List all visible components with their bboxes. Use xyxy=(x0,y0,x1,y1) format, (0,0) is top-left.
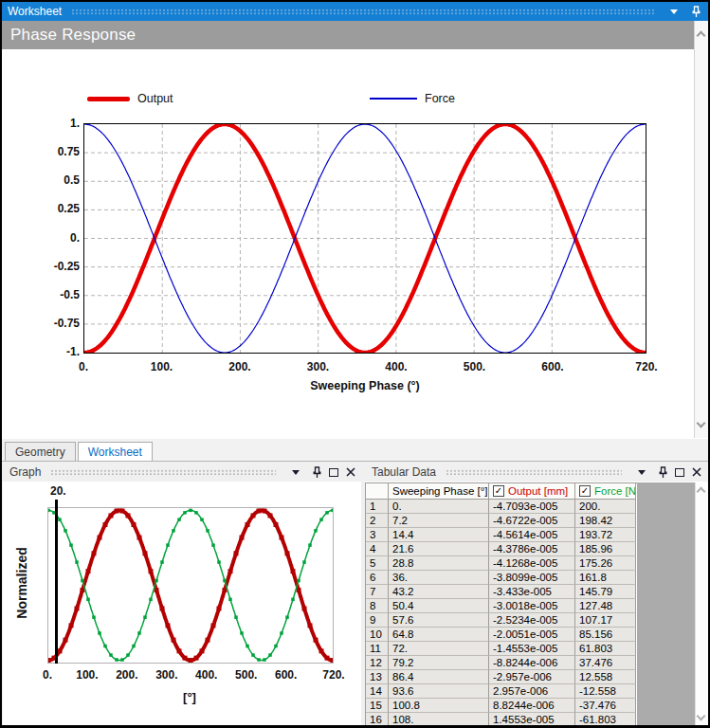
table-cell[interactable]: 57.6 xyxy=(389,613,489,628)
table-cell[interactable]: -3.0018e-005 xyxy=(489,599,575,613)
table-cell[interactable]: 185.96 xyxy=(575,542,636,556)
table-row: 15100.88.8244e-006-37.476 xyxy=(366,699,637,713)
table-cell[interactable]: -2.0051e-005 xyxy=(489,628,575,642)
table-cell[interactable]: 200. xyxy=(575,500,636,514)
table-cell[interactable]: 36. xyxy=(389,571,489,585)
table-cell[interactable]: 14.4 xyxy=(389,528,489,542)
table-cell[interactable]: -4.3786e-005 xyxy=(489,542,575,556)
column-header-sweeping-phase[interactable]: Sweeping Phase [°] xyxy=(389,483,489,500)
y-tick-label: 0.25 xyxy=(36,202,80,215)
table-cell[interactable]: 198.42 xyxy=(575,514,636,528)
row-number-cell: 6 xyxy=(366,571,389,585)
maximize-icon[interactable] xyxy=(327,465,340,479)
table-cell[interactable]: 50.4 xyxy=(389,599,489,613)
table-cell[interactable]: 2.957e-006 xyxy=(489,684,575,699)
worksheet-scrollbar[interactable] xyxy=(694,21,708,438)
table-cell[interactable]: 72. xyxy=(389,642,489,656)
x-tick-label: 720. xyxy=(635,360,657,373)
table-cell[interactable]: 93.6 xyxy=(389,684,489,699)
x-tick-label: 0. xyxy=(79,360,88,373)
graph-plot xyxy=(47,507,334,664)
table-cell[interactable]: 100.8 xyxy=(389,699,489,713)
graph-panel-title: Graph xyxy=(9,465,41,479)
table-cell[interactable]: 127.48 xyxy=(575,599,636,613)
table-cell[interactable]: 37.476 xyxy=(575,656,636,670)
table-cell[interactable]: -4.1268e-005 xyxy=(489,556,575,571)
table-cell[interactable]: 193.72 xyxy=(575,528,636,542)
table-cell[interactable]: -61.803 xyxy=(575,713,636,725)
y-tick-label: -0.5 xyxy=(36,288,80,301)
table-cell[interactable]: 7.2 xyxy=(389,514,489,528)
column-label: Output [mm] xyxy=(508,483,568,499)
legend-item-force: Force xyxy=(370,92,455,105)
row-number-cell: 10 xyxy=(366,628,389,642)
y-tick-label: -1. xyxy=(36,345,80,358)
chevron-down-icon[interactable] xyxy=(638,470,646,475)
table-cell[interactable]: 108. xyxy=(389,713,489,725)
legend-label-output: Output xyxy=(137,92,173,105)
scroll-down-icon[interactable] xyxy=(697,419,706,428)
table-cell[interactable]: 61.803 xyxy=(575,642,636,656)
graph-x-tick-label: 500. xyxy=(235,668,257,682)
table-cell[interactable]: -4.7093e-005 xyxy=(489,500,575,514)
table-cell[interactable]: 12.558 xyxy=(575,670,636,684)
table-cell[interactable]: 161.8 xyxy=(575,571,636,585)
titlebar-dots xyxy=(71,9,654,15)
table-cell[interactable]: 1.4553e-005 xyxy=(489,713,575,725)
table-cell[interactable]: 175.26 xyxy=(575,556,636,571)
table-cell[interactable]: -2.5234e-005 xyxy=(489,613,575,628)
table-cell[interactable]: 86.4 xyxy=(389,670,489,684)
row-number-cell: 5 xyxy=(366,556,389,571)
tab-worksheet[interactable]: Worksheet xyxy=(78,442,153,461)
phase-marker-line[interactable] xyxy=(55,500,58,664)
table-cell[interactable]: -12.558 xyxy=(575,684,636,699)
close-icon[interactable] xyxy=(690,465,703,479)
tab-geometry[interactable]: Geometry xyxy=(5,442,76,461)
table-cell[interactable]: -3.433e-005 xyxy=(489,585,575,599)
table-cell[interactable]: 0. xyxy=(389,500,489,514)
table-cell[interactable]: 79.2 xyxy=(389,656,489,670)
table-cell[interactable]: 8.8244e-006 xyxy=(489,699,575,713)
page-title: Phase Response xyxy=(2,21,708,49)
output-checkbox[interactable]: ✓ xyxy=(493,485,504,497)
table-cell[interactable]: -1.4553e-005 xyxy=(489,642,575,656)
tab-worksheet-label: Worksheet xyxy=(88,446,142,459)
chevron-down-icon[interactable] xyxy=(292,470,300,475)
maximize-icon[interactable] xyxy=(673,465,686,479)
table-cell[interactable]: 85.156 xyxy=(575,628,636,642)
table-cell[interactable]: 21.6 xyxy=(389,542,489,556)
pin-icon[interactable] xyxy=(689,5,702,18)
table-cell[interactable]: -8.8244e-006 xyxy=(489,656,575,670)
close-icon[interactable] xyxy=(344,465,357,479)
worksheet-titlebar: Worksheet xyxy=(2,2,708,21)
column-header-force[interactable]: ✓ Force [N] xyxy=(575,483,636,500)
table-cell[interactable]: 64.8 xyxy=(389,628,489,642)
table-cell[interactable]: -4.6722e-005 xyxy=(489,514,575,528)
column-header-output[interactable]: ✓ Output [mm] xyxy=(489,483,575,500)
scroll-up-icon[interactable] xyxy=(697,31,706,41)
table-cell[interactable]: -3.8099e-005 xyxy=(489,571,575,585)
table-scrollbar[interactable] xyxy=(695,482,708,725)
table-cell[interactable]: -4.5614e-005 xyxy=(489,528,575,542)
row-number-cell: 14 xyxy=(366,684,389,699)
table-cell[interactable]: 28.8 xyxy=(389,556,489,571)
table-cell[interactable]: 145.79 xyxy=(575,585,636,599)
table-cell[interactable]: 107.17 xyxy=(575,613,636,628)
graph-x-tick-label: 300. xyxy=(155,668,177,682)
column-label: Sweeping Phase [°] xyxy=(392,483,488,499)
pin-icon[interactable] xyxy=(656,465,669,479)
table-cell[interactable]: -37.476 xyxy=(575,699,636,713)
scroll-up-icon[interactable] xyxy=(697,487,706,497)
table-cell[interactable]: 43.2 xyxy=(389,585,489,599)
row-number-cell: 7 xyxy=(366,585,389,599)
scroll-down-icon[interactable] xyxy=(697,712,706,721)
y-tick-label: 0.75 xyxy=(36,145,80,158)
x-tick-label: 100. xyxy=(151,360,173,373)
table-cell[interactable]: -2.957e-006 xyxy=(489,670,575,684)
chevron-down-icon[interactable] xyxy=(670,9,678,14)
x-tick-label: 300. xyxy=(307,360,329,373)
pin-icon[interactable] xyxy=(310,465,323,479)
force-checkbox[interactable]: ✓ xyxy=(579,485,591,497)
graph-y-axis-label: Normalized xyxy=(14,536,29,630)
application-window: Worksheet Phase Response Output Force 1.… xyxy=(0,0,710,728)
